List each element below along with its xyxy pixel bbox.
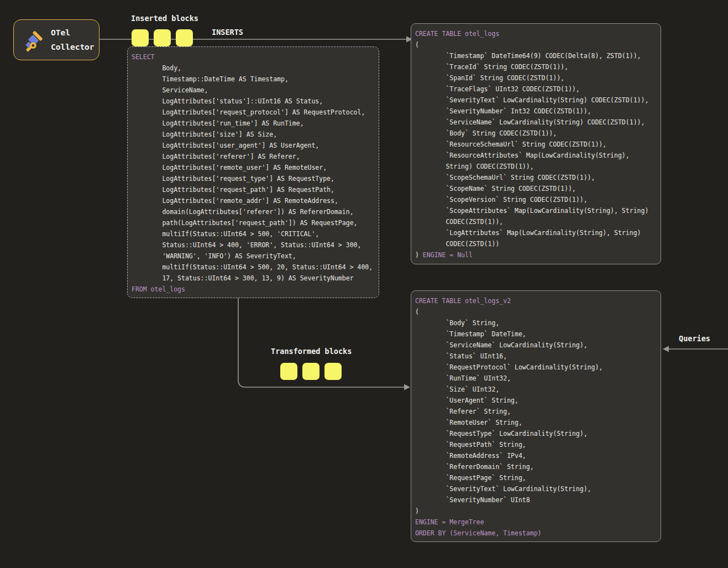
code-line: ( bbox=[415, 306, 656, 317]
code-line: Status::UInt64 > 400, 'ERROR', Status::U… bbox=[132, 239, 374, 251]
code-line: `SeverityText` LowCardinality(String), bbox=[415, 483, 656, 494]
create-table-otel-logs-v2-box: CREATE TABLE otel_logs_v2( `Body` String… bbox=[411, 290, 661, 542]
code-line: path(LogAttributes['request_path']) AS R… bbox=[132, 217, 374, 228]
code-line: CREATE TABLE otel_logs_v2 bbox=[415, 295, 656, 306]
code-line: `RequestType` LowCardinality(String), bbox=[415, 428, 656, 439]
otel-collector-label-line2: Collector bbox=[51, 40, 95, 54]
code-line: `Referer` String, bbox=[415, 406, 656, 417]
code-line: ServiceName, bbox=[132, 85, 374, 96]
code-line: `TraceId` String CODEC(ZSTD(1)), bbox=[415, 61, 656, 72]
code-line: FROM otel_logs bbox=[132, 284, 374, 295]
code-line: `LogAttributes` Map(LowCardinality(Strin… bbox=[415, 227, 656, 238]
code-line: multiIf(Status::UInt64 > 500, 'CRITICAL'… bbox=[132, 228, 374, 239]
otel-collector-label: OTel Collector bbox=[51, 25, 95, 54]
code-line: 'WARNING', 'INFO') AS SeverityText, bbox=[132, 251, 374, 262]
code-line: LogAttributes['request_protocol'] AS Req… bbox=[132, 107, 374, 118]
code-line: `UserAgent` String, bbox=[415, 395, 656, 406]
code-line: Timestamp::DateTime AS Timestamp, bbox=[132, 74, 374, 85]
code-line: `ScopeName` String CODEC(ZSTD(1)), bbox=[415, 183, 656, 194]
code-line: LogAttributes['remote_user'] AS RemoteUs… bbox=[132, 162, 374, 173]
otel-collector-label-line1: OTel bbox=[51, 25, 95, 40]
code-line: LogAttributes['size'] AS Size, bbox=[132, 129, 374, 140]
code-line: `SeverityNumber` Int32 CODEC(ZSTD(1)), bbox=[415, 106, 656, 117]
code-line: CODEC(ZSTD(1)) bbox=[415, 238, 656, 249]
code-line: `RequestPath` String, bbox=[415, 439, 656, 450]
code-line: `SeverityNumber` UInt8 bbox=[415, 494, 656, 506]
code-line: `Timestamp` DateTime64(9) CODEC(Delta(8)… bbox=[415, 50, 656, 61]
code-line: String) CODEC(ZSTD(1)), bbox=[415, 161, 656, 172]
code-line: ) bbox=[415, 506, 656, 517]
code-line: `RequestProtocol` LowCardinality(String)… bbox=[415, 362, 656, 373]
data-block bbox=[280, 363, 297, 380]
code-line: 17, Status::UInt64 > 300, 13, 9) AS Seve… bbox=[132, 273, 374, 284]
code-line: `Body` String CODEC(ZSTD(1)), bbox=[415, 128, 656, 139]
code-line: `ScopeSchemaUrl` String CODEC(ZSTD(1)), bbox=[415, 172, 656, 183]
code-line: multiIf(Status::UInt64 > 500, 20, Status… bbox=[132, 262, 374, 273]
otel-collector-node: OTel Collector bbox=[13, 19, 99, 60]
code-line: `RefererDomain` String, bbox=[415, 461, 656, 472]
create-table-otel-logs-box: CREATE TABLE otel_logs( `Timestamp` Date… bbox=[411, 23, 661, 264]
code-line: `RequestPage` String, bbox=[415, 472, 656, 483]
code-line: `ResourceAttributes` Map(LowCardinality(… bbox=[415, 150, 656, 161]
code-line: LogAttributes['remote_addr'] AS RemoteAd… bbox=[132, 195, 374, 206]
code-line: `SpanId` String CODEC(ZSTD(1)), bbox=[415, 72, 656, 84]
code-line: `RemoteAddress` IPv4, bbox=[415, 450, 656, 461]
code-line: ) ENGINE = Null bbox=[415, 249, 656, 260]
data-block bbox=[176, 29, 193, 46]
transform-arrowhead bbox=[404, 384, 410, 390]
data-block bbox=[324, 363, 342, 380]
code-line: `RunTime` UInt32, bbox=[415, 373, 656, 384]
inserted-blocks bbox=[132, 29, 193, 46]
code-line: `SeverityText` LowCardinality(String) CO… bbox=[415, 95, 656, 106]
telescope-icon bbox=[20, 26, 48, 54]
code-line: LogAttributes['user_agent'] AS UserAgent… bbox=[132, 140, 374, 151]
code-line: `Body` String, bbox=[415, 317, 656, 329]
inserts-label: INSERTS bbox=[212, 28, 243, 37]
code-line: `Timestamp` DateTime, bbox=[415, 329, 656, 340]
code-line: ( bbox=[415, 39, 656, 50]
data-block bbox=[154, 29, 171, 46]
code-line: `Status` UInt16, bbox=[415, 351, 656, 362]
code-line: Body, bbox=[132, 62, 374, 74]
code-line: domain(LogAttributes['referer']) AS Refe… bbox=[132, 206, 374, 217]
queries-arrowhead bbox=[663, 346, 669, 352]
code-line: `ResourceSchemaUrl` String CODEC(ZSTD(1)… bbox=[415, 139, 656, 150]
code-line: `RemoteUser` String, bbox=[415, 417, 656, 428]
select-query-box: SELECT Body, Timestamp::DateTime AS Time… bbox=[127, 46, 379, 298]
code-line: LogAttributes['request_type'] AS Request… bbox=[132, 173, 374, 184]
code-line: ENGINE = MergeTree bbox=[415, 517, 656, 528]
code-line: LogAttributes['request_path'] AS Request… bbox=[132, 184, 374, 195]
code-line: `Size` UInt32, bbox=[415, 384, 656, 395]
code-line: `TraceFlags` UInt32 CODEC(ZSTD(1)), bbox=[415, 84, 656, 95]
code-line: `ScopeVersion` String CODEC(ZSTD(1)), bbox=[415, 194, 656, 205]
code-line: SELECT bbox=[132, 51, 374, 62]
code-line: LogAttributes['status']::UInt16 AS Statu… bbox=[132, 96, 374, 107]
code-line: `ServiceName` LowCardinality(String), bbox=[415, 340, 656, 351]
code-line: CODEC(ZSTD(1)), bbox=[415, 216, 656, 227]
diagram-canvas: OTel Collector Inserted blocks INSERTS S… bbox=[0, 0, 728, 568]
transformed-blocks-label: Transformed blocks bbox=[271, 347, 352, 356]
transformed-blocks bbox=[280, 363, 342, 380]
code-line: LogAttributes['run_time'] AS RunTime, bbox=[132, 118, 374, 129]
code-line: CREATE TABLE otel_logs bbox=[415, 28, 656, 39]
inserted-blocks-label: Inserted blocks bbox=[131, 14, 198, 23]
code-line: `ScopeAttributes` Map(LowCardinality(Str… bbox=[415, 205, 656, 216]
code-line: LogAttributes['referer'] AS Referer, bbox=[132, 151, 374, 162]
queries-label: Queries bbox=[679, 334, 710, 343]
data-block bbox=[132, 29, 149, 46]
code-line: `ServiceName` LowCardinality(String) COD… bbox=[415, 117, 656, 128]
code-line: ORDER BY (ServiceName, Timestamp) bbox=[415, 528, 656, 539]
data-block bbox=[302, 363, 320, 380]
